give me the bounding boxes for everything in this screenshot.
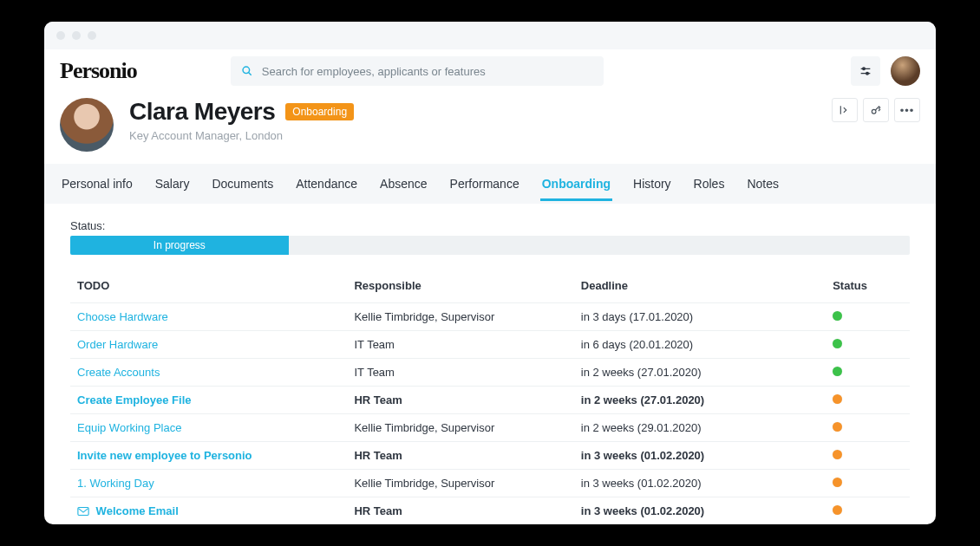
status-dot-orange bbox=[833, 394, 842, 404]
tab-performance[interactable]: Performance bbox=[448, 166, 521, 201]
tab-absence[interactable]: Absence bbox=[378, 166, 428, 201]
impersonate-button[interactable] bbox=[832, 98, 858, 122]
status-dot-orange bbox=[833, 505, 842, 515]
deadline-cell: in 3 weeks (01.02.2020) bbox=[574, 470, 826, 497]
todo-cell: Equip Working Place bbox=[70, 414, 347, 442]
table-header-row: TODO Responsible Deadline Status bbox=[70, 270, 910, 303]
col-header-responsible[interactable]: Responsible bbox=[347, 270, 573, 303]
responsible-cell: Kellie Timbridge, Supervisor bbox=[347, 470, 573, 497]
responsible-cell: IT Team bbox=[347, 359, 573, 387]
table-row: Order HardwareIT Teamin 6 days (20.01.20… bbox=[70, 331, 910, 359]
responsible-cell: HR Team bbox=[347, 497, 573, 525]
window-titlebar bbox=[44, 22, 936, 49]
deadline-cell: in 3 days (17.01.2020) bbox=[574, 303, 826, 331]
todo-link[interactable]: Choose Hardware bbox=[77, 310, 168, 323]
responsible-cell: Kellie Timbridge, Supervisor bbox=[347, 303, 573, 331]
progress-segment-in-progress: In progress bbox=[70, 236, 289, 255]
login-icon bbox=[839, 104, 851, 116]
col-header-status[interactable]: Status bbox=[826, 270, 910, 303]
deadline-cell: in 2 weeks (29.01.2020) bbox=[574, 414, 826, 442]
table-row: Create AccountsIT Teamin 2 weeks (27.01.… bbox=[70, 359, 910, 387]
status-cell bbox=[826, 497, 910, 525]
svg-point-6 bbox=[872, 109, 876, 114]
svg-line-1 bbox=[249, 73, 252, 75]
topbar: Personio Search for employees, applicant… bbox=[44, 49, 936, 93]
tab-attendance[interactable]: Attendance bbox=[294, 166, 359, 201]
todo-link[interactable]: Welcome Email bbox=[77, 504, 179, 517]
profile-tabs: Personal infoSalaryDocumentsAttendanceAb… bbox=[44, 164, 936, 204]
deadline-cell: in 2 weeks (27.01.2020) bbox=[574, 387, 826, 414]
todo-link[interactable]: Order Hardware bbox=[77, 338, 158, 351]
key-button[interactable] bbox=[863, 98, 889, 122]
onboarding-tasks-table: TODO Responsible Deadline Status Choose … bbox=[70, 270, 910, 524]
search-placeholder: Search for employees, applicants or feat… bbox=[262, 65, 486, 78]
sliders-icon bbox=[859, 64, 872, 78]
profile-actions: ••• bbox=[832, 98, 920, 122]
ellipsis-icon: ••• bbox=[900, 104, 915, 117]
table-row: Choose HardwareKellie Timbridge, Supervi… bbox=[70, 303, 910, 331]
window-close-dot[interactable] bbox=[56, 31, 65, 40]
todo-cell: Invite new employee to Personio bbox=[70, 442, 347, 470]
tab-history[interactable]: History bbox=[631, 166, 673, 201]
todo-link[interactable]: Create Accounts bbox=[77, 366, 160, 379]
tab-notes[interactable]: Notes bbox=[745, 166, 781, 201]
search-icon bbox=[241, 65, 253, 77]
status-dot-green bbox=[833, 339, 842, 348]
table-row: Invite new employee to PersonioHR Teamin… bbox=[70, 442, 910, 470]
svg-point-5 bbox=[866, 72, 869, 75]
table-row: Create Employee FileHR Teamin 2 weeks (2… bbox=[70, 387, 910, 414]
status-cell bbox=[826, 331, 910, 359]
settings-sliders-button[interactable] bbox=[851, 56, 880, 86]
svg-point-0 bbox=[243, 67, 250, 74]
col-header-todo[interactable]: TODO bbox=[70, 270, 347, 303]
progress-bar: In progress bbox=[70, 236, 910, 255]
status-cell bbox=[826, 387, 910, 414]
tab-onboarding[interactable]: Onboarding bbox=[540, 166, 612, 201]
status-cell bbox=[826, 414, 910, 442]
status-cell bbox=[826, 359, 910, 387]
responsible-cell: IT Team bbox=[347, 331, 573, 359]
tab-personal-info[interactable]: Personal info bbox=[60, 166, 134, 201]
responsible-cell: HR Team bbox=[347, 442, 573, 470]
status-cell bbox=[826, 470, 910, 497]
todo-link[interactable]: Invite new employee to Personio bbox=[77, 449, 252, 462]
key-icon bbox=[870, 104, 882, 116]
more-actions-button[interactable]: ••• bbox=[894, 98, 920, 122]
employee-subtitle: Key Account Manager, London bbox=[129, 129, 354, 142]
todo-link[interactable]: 1. Working Day bbox=[77, 477, 154, 490]
status-dot-green bbox=[833, 367, 842, 376]
svg-point-3 bbox=[863, 68, 866, 70]
employee-avatar[interactable] bbox=[60, 98, 114, 152]
deadline-cell: in 6 days (20.01.2020) bbox=[574, 331, 826, 359]
status-label: Status: bbox=[70, 219, 910, 232]
current-user-avatar[interactable] bbox=[891, 56, 920, 86]
todo-cell: 1. Working Day bbox=[70, 470, 347, 497]
todo-link[interactable]: Equip Working Place bbox=[77, 421, 181, 434]
status-dot-orange bbox=[833, 478, 842, 487]
window-minimize-dot[interactable] bbox=[72, 31, 81, 40]
responsible-cell: Kellie Timbridge, Supervisor bbox=[347, 414, 573, 442]
status-dot-green bbox=[833, 311, 842, 321]
responsible-cell: HR Team bbox=[347, 387, 573, 414]
status-dot-orange bbox=[833, 450, 842, 459]
todo-cell: Choose Hardware bbox=[70, 303, 347, 331]
deadline-cell: in 3 weeks (01.02.2020) bbox=[574, 497, 826, 525]
deadline-cell: in 2 weeks (27.01.2020) bbox=[574, 359, 826, 387]
tab-documents[interactable]: Documents bbox=[210, 166, 275, 201]
tab-roles[interactable]: Roles bbox=[692, 166, 727, 201]
window-maximize-dot[interactable] bbox=[88, 31, 96, 40]
tab-salary[interactable]: Salary bbox=[154, 166, 192, 201]
app-logo[interactable]: Personio bbox=[60, 58, 154, 84]
onboarding-badge: Onboarding bbox=[285, 103, 354, 120]
profile-title-block: Clara Meyers Onboarding Key Account Mana… bbox=[129, 98, 354, 142]
search-input-wrap[interactable]: Search for employees, applicants or feat… bbox=[231, 56, 604, 86]
status-cell bbox=[826, 303, 910, 331]
todo-cell: Order Hardware bbox=[70, 331, 347, 359]
mail-icon bbox=[77, 507, 89, 516]
todo-link[interactable]: Create Employee File bbox=[77, 393, 192, 406]
col-header-deadline[interactable]: Deadline bbox=[574, 270, 826, 303]
table-row: 1. Working DayKellie Timbridge, Supervis… bbox=[70, 470, 910, 497]
app-window: Personio Search for employees, applicant… bbox=[44, 22, 936, 524]
status-cell bbox=[826, 442, 910, 470]
todo-cell: Welcome Email bbox=[70, 497, 347, 525]
